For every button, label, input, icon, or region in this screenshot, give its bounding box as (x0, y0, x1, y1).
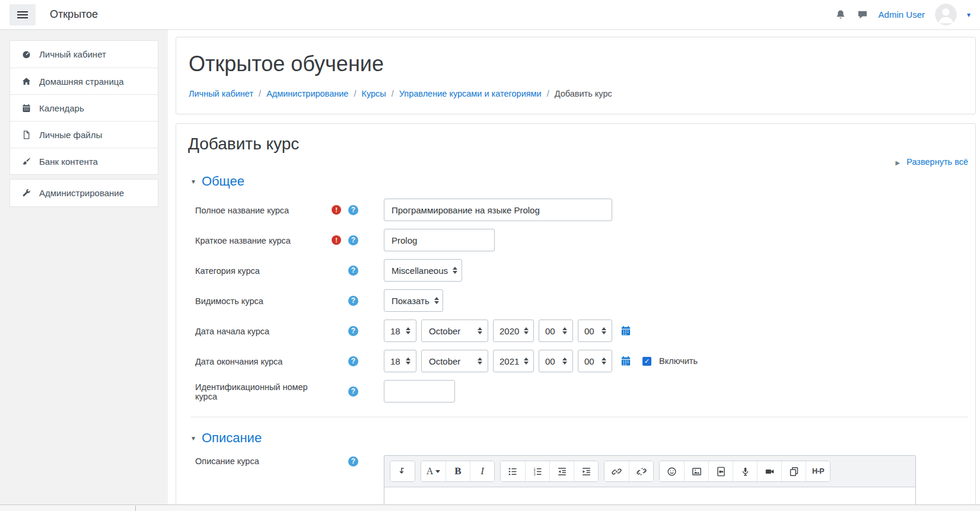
insert-image-button[interactable] (684, 461, 708, 481)
select-arrows-icon (562, 357, 567, 365)
startdate-year-select[interactable]: 2020 (493, 320, 534, 342)
sidebar: Личный кабинет Домашняя страница Календа… (0, 30, 168, 511)
sidebar-item-administration[interactable]: Администрирование (10, 180, 158, 206)
select-arrows-icon (434, 297, 439, 304)
emoji-button[interactable] (660, 461, 684, 481)
startdate-hour-select[interactable]: 00 (539, 320, 573, 342)
select-arrows-icon (524, 357, 529, 365)
calendar-picker-button[interactable] (620, 325, 632, 337)
link-button[interactable] (604, 461, 629, 481)
help-icon[interactable]: ? (348, 356, 358, 366)
record-audio-button[interactable] (733, 461, 757, 481)
idnumber-input[interactable] (384, 380, 455, 403)
breadcrumb-current: Добавить курс (555, 89, 612, 98)
toolbar-expand-button[interactable] (390, 461, 415, 481)
required-icon: ! (332, 235, 341, 245)
section-divider (190, 417, 968, 417)
select-arrows-icon (406, 357, 411, 365)
category-select[interactable]: Miscellaneous (384, 259, 462, 282)
arrow-down-icon (397, 466, 408, 477)
site-brand-link[interactable]: Открытое (50, 8, 98, 21)
startdate-label: Дата начала курса (195, 325, 332, 336)
sidebar-item-home[interactable]: Домашняя страница (10, 68, 158, 94)
fullname-input[interactable] (384, 199, 612, 221)
numbered-list-button[interactable]: 1 2 3 (525, 461, 549, 481)
section-description[interactable]: ▼ Описание (190, 430, 968, 446)
sidebar-item-dashboard[interactable]: Личный кабинет (10, 41, 158, 68)
select-arrows-icon (524, 327, 529, 334)
help-icon[interactable]: ? (348, 456, 358, 467)
breadcrumb-link[interactable]: Курсы (361, 89, 386, 98)
enable-checkbox-label: Включить (659, 356, 698, 366)
bold-button[interactable]: B (446, 461, 470, 481)
microphone-icon (740, 466, 751, 477)
startdate-month-select[interactable]: October (421, 320, 488, 342)
breadcrumb-link[interactable]: Управление курсами и категориями (399, 89, 542, 98)
wrench-icon (21, 188, 31, 198)
startdate-minute-select[interactable]: 00 (578, 320, 612, 342)
help-icon[interactable]: ? (348, 326, 358, 336)
help-icon[interactable]: ? (348, 235, 358, 245)
indent-icon (581, 466, 592, 477)
category-row: Категория курса ? Miscellaneous (195, 259, 968, 282)
user-menu-caret-icon[interactable]: ▾ (967, 11, 971, 19)
breadcrumb-link[interactable]: Администрирование (266, 89, 348, 98)
video-camera-icon (764, 466, 775, 477)
unlink-button[interactable] (629, 461, 653, 481)
enddate-year-select[interactable]: 2021 (493, 350, 534, 372)
expand-all-link[interactable]: Развернуть всё (906, 157, 968, 167)
enddate-row: Дата окончания курса ? 18 October 2021 0… (195, 350, 968, 372)
indent-button[interactable] (574, 461, 598, 481)
breadcrumb: Личный кабинет / Администрирование / Кур… (189, 89, 963, 98)
enddate-day-select[interactable]: 18 (384, 350, 416, 372)
select-arrows-icon (453, 267, 457, 274)
top-navbar: Открытое Admin User ▾ (0, 0, 980, 30)
numbered-list-icon: 1 2 3 (532, 466, 543, 477)
sidebar-item-content-bank[interactable]: Банк контента (10, 148, 158, 174)
user-name-link[interactable]: Admin User (879, 9, 925, 20)
sidebar-item-private-files[interactable]: Личные файлы (10, 121, 158, 148)
outdent-button[interactable] (549, 461, 574, 481)
notifications-bell-icon[interactable] (835, 9, 847, 21)
visibility-label: Видимость курса (195, 295, 332, 306)
help-icon[interactable]: ? (348, 266, 358, 276)
calendar-picker-button[interactable] (620, 355, 632, 367)
messages-chat-icon[interactable] (857, 9, 868, 21)
manage-files-button[interactable] (781, 461, 806, 481)
menu-toggle-button[interactable] (9, 4, 36, 25)
insert-media-button[interactable] (708, 461, 733, 481)
bullet-list-button[interactable] (501, 461, 525, 481)
enddate-month-select[interactable]: October (421, 350, 488, 372)
font-style-button[interactable]: A (421, 461, 446, 481)
breadcrumb-link[interactable]: Личный кабинет (189, 89, 253, 98)
collapse-arrow-icon: ▼ (190, 435, 196, 442)
select-arrows-icon (478, 327, 482, 334)
shortname-label: Краткое название курса (195, 235, 332, 245)
h5p-button[interactable]: H-P (806, 461, 830, 481)
calendar-icon (620, 325, 632, 337)
help-icon[interactable]: ? (348, 205, 358, 215)
home-icon (21, 76, 31, 87)
dashboard-icon (21, 49, 31, 59)
startdate-day-select[interactable]: 18 (384, 320, 416, 342)
italic-button[interactable]: I (470, 461, 494, 481)
enddate-minute-select[interactable]: 00 (578, 350, 612, 372)
enddate-hour-select[interactable]: 00 (539, 350, 573, 372)
record-video-button[interactable] (757, 461, 781, 481)
add-course-form-card: Добавить курс ▶ Развернуть всё ▼ Общее П… (176, 123, 976, 511)
sidebar-item-calendar[interactable]: Календарь (10, 94, 158, 121)
fullname-label: Полное название курса (195, 205, 332, 215)
section-general[interactable]: ▼ Общее (190, 174, 968, 189)
help-icon[interactable]: ? (348, 387, 358, 397)
select-arrows-icon (602, 327, 606, 334)
calendar-icon (620, 355, 632, 367)
collapse-arrow-icon: ▼ (190, 178, 196, 185)
user-avatar[interactable] (935, 4, 957, 25)
select-arrows-icon (602, 357, 606, 365)
enable-checkbox[interactable]: ✓ (642, 357, 651, 366)
visibility-select[interactable]: Показать (384, 289, 443, 312)
description-label: Описание курса (195, 455, 332, 466)
shortname-input[interactable] (384, 229, 495, 251)
fullname-row: Полное название курса ! ? (195, 199, 968, 221)
help-icon[interactable]: ? (348, 296, 358, 306)
